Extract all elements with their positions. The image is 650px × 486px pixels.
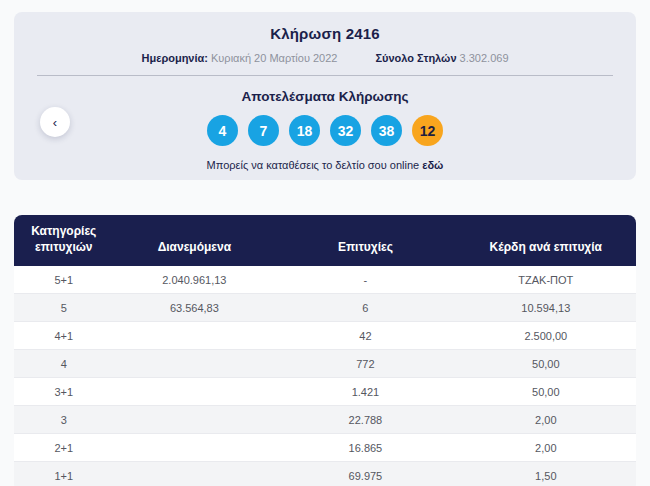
previous-draw-button[interactable]: ‹ [40, 107, 70, 137]
table-cell [114, 350, 276, 378]
table-row: 4+1422.500,00 [14, 322, 636, 350]
results-title: Αποτελέσματα Κλήρωσης [14, 89, 636, 104]
table-row: 3+11.42150,00 [14, 378, 636, 406]
total-columns-value: 3.302.069 [460, 52, 509, 64]
table-cell: 1+1 [14, 462, 114, 486]
table-row: 2+116.8652,00 [14, 434, 636, 462]
table-cell [114, 434, 276, 462]
table-cell: 2,00 [456, 406, 636, 434]
prize-table-container: Κατηγορίες επιτυχιώνΔιανεμόμεναΕπιτυχίες… [14, 215, 636, 486]
table-cell: 2+1 [14, 434, 114, 462]
prize-table-body: 5+12.040.961,13-ΤΖΑΚ-ΠΟΤ563.564,83610.59… [14, 266, 636, 486]
table-row: 322.7882,00 [14, 406, 636, 434]
drawn-number-ball: 4 [207, 115, 238, 146]
drawn-number-ball: 18 [289, 115, 320, 146]
drawn-number-ball: 7 [248, 115, 279, 146]
column-header-label: Κατηγορίες επιτυχιών [24, 223, 104, 255]
table-cell: 63.564,83 [114, 294, 276, 322]
drawn-numbers: 4718323812 [14, 115, 636, 146]
table-cell [114, 378, 276, 406]
table-cell: 2.040.961,13 [114, 266, 276, 294]
table-cell: 5 [14, 294, 114, 322]
table-cell [114, 462, 276, 486]
draw-date: Ημερομηνία: Κυριακή 20 Μαρτίου 2022 [141, 52, 337, 64]
column-header: Κατηγορίες επιτυχιών [14, 215, 114, 266]
table-cell: 16.865 [275, 434, 455, 462]
draw-date-value: Κυριακή 20 Μαρτίου 2022 [211, 52, 337, 64]
table-cell: 772 [275, 350, 455, 378]
table-cell: 22.788 [275, 406, 455, 434]
online-ticket-note: Μπορείς να καταθέσεις το δελτίο σου onli… [14, 159, 636, 171]
table-cell [114, 406, 276, 434]
table-cell: 4 [14, 350, 114, 378]
prize-table-header: Κατηγορίες επιτυχιώνΔιανεμόμεναΕπιτυχίες… [14, 215, 636, 266]
table-cell: 42 [275, 322, 455, 350]
table-row: 5+12.040.961,13-ΤΖΑΚ-ΠΟΤ [14, 266, 636, 294]
table-cell: 3+1 [14, 378, 114, 406]
table-cell: 50,00 [456, 350, 636, 378]
table-cell: 2,00 [456, 434, 636, 462]
online-ticket-text: Μπορείς να καταθέσεις το δελτίο σου onli… [207, 159, 423, 171]
draw-meta: Ημερομηνία: Κυριακή 20 Μαρτίου 2022 Σύνο… [14, 52, 636, 64]
table-cell: 3 [14, 406, 114, 434]
column-header-label: Επιτυχίες [338, 239, 393, 255]
table-cell: 1.421 [275, 378, 455, 406]
table-cell: 10.594,13 [456, 294, 636, 322]
table-cell: 5+1 [14, 266, 114, 294]
drawn-number-ball: 32 [330, 115, 361, 146]
drawn-number-ball: 38 [371, 115, 402, 146]
table-cell: 4+1 [14, 322, 114, 350]
page: Κλήρωση 2416 Ημερομηνία: Κυριακή 20 Μαρτ… [0, 0, 650, 486]
table-cell: 1,50 [456, 462, 636, 486]
table-cell [114, 322, 276, 350]
table-cell: 6 [275, 294, 455, 322]
online-ticket-link[interactable]: εδώ [422, 159, 443, 171]
draw-title: Κλήρωση 2416 [14, 25, 636, 42]
column-header: Επιτυχίες [275, 215, 455, 266]
prize-table: Κατηγορίες επιτυχιώνΔιανεμόμεναΕπιτυχίες… [14, 215, 636, 486]
draw-date-label: Ημερομηνία: [141, 52, 207, 64]
table-cell: 69.975 [275, 462, 455, 486]
draw-summary-panel: Κλήρωση 2416 Ημερομηνία: Κυριακή 20 Μαρτ… [14, 12, 636, 180]
column-header-label: Διανεμόμενα [158, 239, 231, 255]
table-cell: - [275, 266, 455, 294]
total-columns-label: Σύνολο Στηλών [375, 52, 456, 64]
table-cell: 50,00 [456, 378, 636, 406]
chevron-left-icon: ‹ [53, 115, 57, 130]
column-header: Διανεμόμενα [114, 215, 276, 266]
table-row: 477250,00 [14, 350, 636, 378]
panel-divider [37, 75, 613, 76]
table-cell: ΤΖΑΚ-ΠΟΤ [456, 266, 636, 294]
total-columns: Σύνολο Στηλών 3.302.069 [375, 52, 508, 64]
column-header: Κέρδη ανά επιτυχία [456, 215, 636, 266]
table-cell: 2.500,00 [456, 322, 636, 350]
tzoker-number-ball: 12 [412, 115, 443, 146]
table-row: 563.564,83610.594,13 [14, 294, 636, 322]
table-row: 1+169.9751,50 [14, 462, 636, 486]
column-header-label: Κέρδη ανά επιτυχία [490, 239, 602, 255]
